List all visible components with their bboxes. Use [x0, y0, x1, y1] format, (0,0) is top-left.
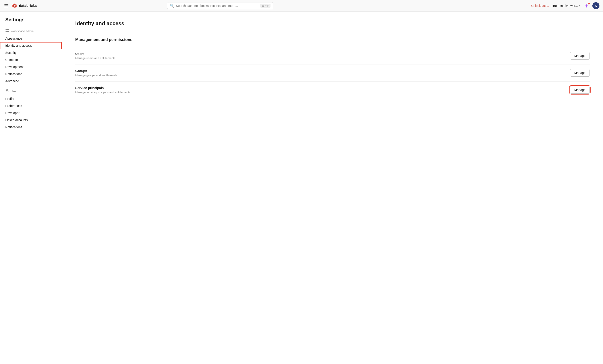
svg-point-7	[6, 89, 8, 91]
sidebar-item-profile[interactable]: Profile	[0, 95, 62, 102]
workspace-label: streamnative-wor...	[552, 4, 578, 8]
sidebar-item-developer[interactable]: Developer	[0, 109, 62, 117]
workspace-admin-section: Workspace admin	[0, 27, 62, 35]
logo-text: databricks	[19, 4, 37, 8]
sidebar-title: Settings	[0, 17, 62, 27]
manage-button-service-principals[interactable]: Manage	[570, 86, 590, 94]
sidebar-item-security[interactable]: Security	[0, 49, 62, 56]
logo: databricks	[12, 3, 37, 8]
hamburger-menu[interactable]	[3, 3, 9, 8]
sparkle-button[interactable]	[583, 3, 590, 9]
user-section-label: User	[11, 90, 17, 93]
sidebar-item-notifications-user[interactable]: Notifications	[0, 124, 62, 131]
search-bar[interactable]: 🔍 ⌘ + P	[167, 2, 273, 9]
manage-button-groups[interactable]: Manage	[570, 69, 590, 77]
svg-rect-4	[7, 29, 9, 30]
sidebar-item-notifications[interactable]: Notifications	[0, 70, 62, 78]
svg-rect-6	[7, 31, 9, 32]
chevron-down-icon: ▼	[579, 4, 581, 7]
management-rows: UsersManage users and entitlementsManage…	[75, 47, 590, 98]
mgmt-info-groups: GroupsManage groups and entitlements	[75, 69, 117, 77]
svg-rect-5	[6, 31, 7, 32]
mgmt-label-users: Users	[75, 52, 115, 56]
navbar-right: Unlock acc... streamnative-wor... ▼ K	[531, 2, 600, 9]
mgmt-info-users: UsersManage users and entitlements	[75, 52, 115, 60]
mgmt-info-service-principals: Service principalsManage service princip…	[75, 86, 130, 94]
user-icon	[5, 89, 9, 94]
mgmt-desc-users: Manage users and entitlements	[75, 57, 115, 60]
notification-dot	[588, 3, 590, 4]
navbar: databricks 🔍 ⌘ + P Unlock acc... streamn…	[0, 0, 603, 12]
manage-button-users[interactable]: Manage	[570, 52, 590, 59]
unlock-link[interactable]: Unlock acc...	[531, 4, 549, 8]
mgmt-desc-service-principals: Manage service principals and entitlemen…	[75, 91, 130, 94]
databricks-logo-icon	[12, 3, 17, 8]
avatar-initial: K	[595, 4, 597, 8]
mgmt-row-service-principals: Service principalsManage service princip…	[75, 82, 590, 98]
sidebar-item-identity-and-access[interactable]: Identity and access	[0, 42, 62, 49]
sidebar-item-linked-accounts[interactable]: Linked accounts	[0, 117, 62, 124]
mgmt-row-groups: GroupsManage groups and entitlementsMana…	[75, 64, 590, 82]
user-section: User	[0, 87, 62, 95]
main-layout: Settings Workspace admin AppearanceIdent…	[0, 12, 603, 364]
main-content: Identity and access Management and permi…	[62, 12, 603, 364]
workspace-admin-icon	[5, 29, 9, 33]
sidebar-item-appearance[interactable]: Appearance	[0, 35, 62, 42]
workspace-nav-items: AppearanceIdentity and accessSecurityCom…	[0, 35, 62, 85]
user-nav-items: ProfilePreferencesDeveloperLinked accoun…	[0, 95, 62, 131]
page-title: Identity and access	[75, 20, 590, 27]
mgmt-label-service-principals: Service principals	[75, 86, 130, 90]
section-title: Management and permissions	[75, 37, 590, 42]
sidebar-item-preferences[interactable]: Preferences	[0, 102, 62, 109]
mgmt-desc-groups: Manage groups and entitlements	[75, 73, 117, 77]
svg-rect-3	[6, 29, 7, 30]
mgmt-row-users: UsersManage users and entitlementsManage	[75, 47, 590, 64]
mgmt-label-groups: Groups	[75, 69, 117, 73]
user-avatar[interactable]: K	[592, 2, 600, 9]
sparkle-icon	[585, 4, 589, 8]
workspace-admin-label: Workspace admin	[11, 29, 34, 33]
search-input[interactable]	[176, 4, 259, 8]
search-shortcut: ⌘ + P	[260, 4, 270, 8]
sidebar-item-compute[interactable]: Compute	[0, 56, 62, 63]
search-icon: 🔍	[170, 4, 174, 8]
title-divider	[75, 31, 590, 31]
sidebar-item-development[interactable]: Development	[0, 63, 62, 70]
sidebar-item-advanced[interactable]: Advanced	[0, 78, 62, 85]
workspace-selector[interactable]: streamnative-wor... ▼	[552, 4, 581, 8]
sidebar: Settings Workspace admin AppearanceIdent…	[0, 12, 62, 364]
